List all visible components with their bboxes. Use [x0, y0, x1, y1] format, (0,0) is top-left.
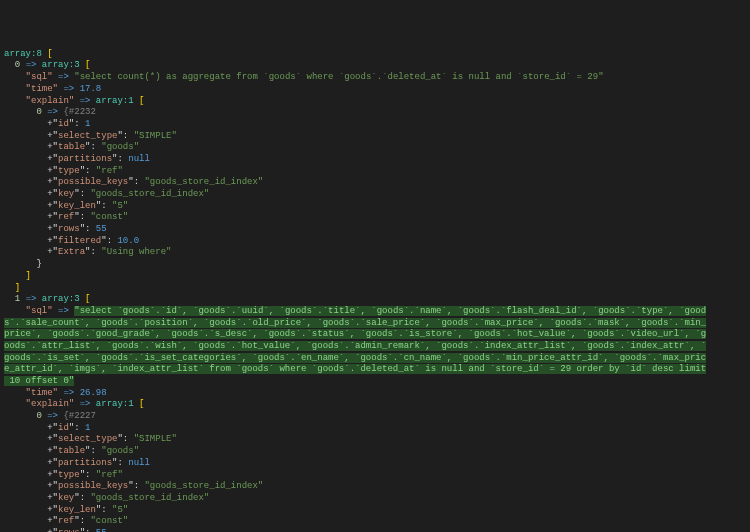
var-dump-output: array:8 [ 0 => array:3 [ "sql" => "selec… — [4, 49, 746, 532]
